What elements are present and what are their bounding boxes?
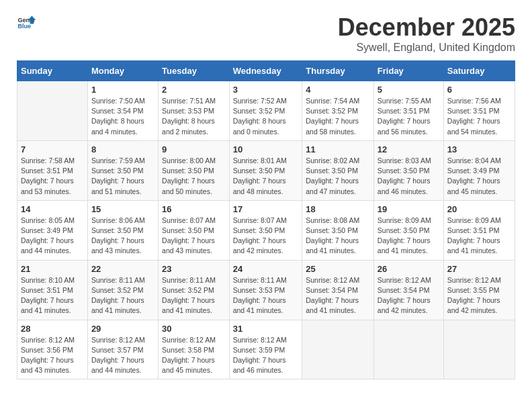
- location-title: Sywell, England, United Kingdom: [338, 42, 515, 54]
- calendar-cell: 26Sunrise: 8:12 AMSunset: 3:54 PMDayligh…: [373, 260, 443, 320]
- month-title: December 2025: [338, 13, 515, 42]
- day-info: Sunrise: 8:12 AMSunset: 3:54 PMDaylight:…: [378, 275, 440, 316]
- day-info: Sunrise: 8:03 AMSunset: 3:50 PMDaylight:…: [378, 156, 440, 197]
- day-number: 29: [91, 324, 154, 334]
- day-info: Sunrise: 8:12 AMSunset: 3:54 PMDaylight:…: [306, 275, 370, 316]
- logo-icon: General Blue: [17, 13, 36, 32]
- calendar-table: SundayMondayTuesdayWednesdayThursdayFrid…: [17, 60, 515, 379]
- day-number: 4: [306, 85, 370, 95]
- calendar-cell: 12Sunrise: 8:03 AMSunset: 3:50 PMDayligh…: [373, 140, 443, 200]
- day-info: Sunrise: 8:12 AMSunset: 3:56 PMDaylight:…: [21, 335, 84, 376]
- day-info: Sunrise: 8:11 AMSunset: 3:53 PMDaylight:…: [233, 275, 299, 316]
- day-number: 1: [91, 85, 154, 95]
- day-number: 31: [233, 324, 299, 334]
- day-number: 5: [378, 85, 440, 95]
- day-info: Sunrise: 8:04 AMSunset: 3:49 PMDaylight:…: [447, 156, 511, 197]
- calendar-cell: 13Sunrise: 8:04 AMSunset: 3:49 PMDayligh…: [443, 140, 515, 200]
- day-number: 10: [233, 144, 299, 154]
- calendar-cell: 22Sunrise: 8:11 AMSunset: 3:52 PMDayligh…: [87, 260, 158, 320]
- day-number: 6: [447, 85, 511, 95]
- calendar-cell: 1Sunrise: 7:50 AMSunset: 3:54 PMDaylight…: [87, 81, 158, 141]
- day-info: Sunrise: 7:58 AMSunset: 3:51 PMDaylight:…: [21, 156, 84, 197]
- calendar-cell: 14Sunrise: 8:05 AMSunset: 3:49 PMDayligh…: [17, 200, 88, 260]
- calendar-cell: 27Sunrise: 8:12 AMSunset: 3:55 PMDayligh…: [443, 260, 515, 320]
- day-info: Sunrise: 8:11 AMSunset: 3:52 PMDaylight:…: [91, 275, 154, 316]
- day-info: Sunrise: 8:02 AMSunset: 3:50 PMDaylight:…: [306, 156, 370, 197]
- calendar-week-row: 28Sunrise: 8:12 AMSunset: 3:56 PMDayligh…: [17, 320, 515, 379]
- day-info: Sunrise: 8:12 AMSunset: 3:58 PMDaylight:…: [162, 335, 226, 376]
- day-info: Sunrise: 8:07 AMSunset: 3:50 PMDaylight:…: [233, 216, 299, 257]
- day-number: 3: [233, 85, 299, 95]
- day-number: 16: [162, 204, 226, 214]
- day-number: 13: [447, 144, 511, 154]
- day-info: Sunrise: 8:08 AMSunset: 3:50 PMDaylight:…: [306, 216, 370, 257]
- day-info: Sunrise: 7:56 AMSunset: 3:51 PMDaylight:…: [447, 96, 511, 137]
- calendar-cell: 19Sunrise: 8:09 AMSunset: 3:50 PMDayligh…: [373, 200, 443, 260]
- calendar-cell: 11Sunrise: 8:02 AMSunset: 3:50 PMDayligh…: [302, 140, 374, 200]
- day-info: Sunrise: 8:06 AMSunset: 3:50 PMDaylight:…: [91, 216, 154, 257]
- calendar-header-monday: Monday: [87, 61, 158, 81]
- day-info: Sunrise: 8:00 AMSunset: 3:50 PMDaylight:…: [162, 156, 226, 197]
- day-number: 11: [306, 144, 370, 154]
- calendar-cell: 21Sunrise: 8:10 AMSunset: 3:51 PMDayligh…: [17, 260, 88, 320]
- day-number: 30: [162, 324, 226, 334]
- day-info: Sunrise: 8:12 AMSunset: 3:59 PMDaylight:…: [233, 335, 299, 376]
- day-info: Sunrise: 8:12 AMSunset: 3:55 PMDaylight:…: [447, 275, 511, 316]
- calendar-week-row: 7Sunrise: 7:58 AMSunset: 3:51 PMDaylight…: [17, 140, 515, 200]
- calendar-cell: 10Sunrise: 8:01 AMSunset: 3:50 PMDayligh…: [229, 140, 302, 200]
- day-number: 7: [21, 144, 84, 154]
- day-info: Sunrise: 8:01 AMSunset: 3:50 PMDaylight:…: [233, 156, 299, 197]
- calendar-cell: 25Sunrise: 8:12 AMSunset: 3:54 PMDayligh…: [302, 260, 374, 320]
- calendar-cell: 18Sunrise: 8:08 AMSunset: 3:50 PMDayligh…: [302, 200, 374, 260]
- day-number: 2: [162, 85, 226, 95]
- day-number: 27: [447, 264, 511, 274]
- calendar-cell: 30Sunrise: 8:12 AMSunset: 3:58 PMDayligh…: [159, 320, 230, 379]
- calendar-cell: 3Sunrise: 7:52 AMSunset: 3:52 PMDaylight…: [229, 81, 302, 141]
- calendar-cell: [443, 320, 515, 379]
- day-number: 19: [378, 204, 440, 214]
- calendar-cell: 15Sunrise: 8:06 AMSunset: 3:50 PMDayligh…: [87, 200, 158, 260]
- calendar-cell: 16Sunrise: 8:07 AMSunset: 3:50 PMDayligh…: [159, 200, 230, 260]
- calendar-cell: 23Sunrise: 8:11 AMSunset: 3:52 PMDayligh…: [159, 260, 230, 320]
- calendar-cell: 31Sunrise: 8:12 AMSunset: 3:59 PMDayligh…: [229, 320, 302, 379]
- day-number: 15: [91, 204, 154, 214]
- day-info: Sunrise: 8:05 AMSunset: 3:49 PMDaylight:…: [21, 216, 84, 257]
- calendar-cell: 9Sunrise: 8:00 AMSunset: 3:50 PMDaylight…: [159, 140, 230, 200]
- calendar-cell: 20Sunrise: 8:09 AMSunset: 3:51 PMDayligh…: [443, 200, 515, 260]
- day-info: Sunrise: 7:54 AMSunset: 3:52 PMDaylight:…: [306, 96, 370, 137]
- calendar-week-row: 21Sunrise: 8:10 AMSunset: 3:51 PMDayligh…: [17, 260, 515, 320]
- day-number: 14: [21, 204, 84, 214]
- day-number: 25: [306, 264, 370, 274]
- day-number: 21: [21, 264, 84, 274]
- day-info: Sunrise: 7:51 AMSunset: 3:53 PMDaylight:…: [162, 96, 226, 137]
- header: General Blue December 2025 Sywell, Engla…: [17, 13, 515, 54]
- calendar-cell: 4Sunrise: 7:54 AMSunset: 3:52 PMDaylight…: [302, 81, 374, 141]
- logo: General Blue: [17, 13, 36, 32]
- calendar-cell: 5Sunrise: 7:55 AMSunset: 3:51 PMDaylight…: [373, 81, 443, 141]
- calendar-cell: 24Sunrise: 8:11 AMSunset: 3:53 PMDayligh…: [229, 260, 302, 320]
- day-number: 8: [91, 144, 154, 154]
- day-info: Sunrise: 7:50 AMSunset: 3:54 PMDaylight:…: [91, 96, 154, 137]
- day-info: Sunrise: 7:59 AMSunset: 3:50 PMDaylight:…: [91, 156, 154, 197]
- calendar-cell: 8Sunrise: 7:59 AMSunset: 3:50 PMDaylight…: [87, 140, 158, 200]
- calendar-week-row: 1Sunrise: 7:50 AMSunset: 3:54 PMDaylight…: [17, 81, 515, 141]
- day-number: 23: [162, 264, 226, 274]
- calendar-cell: [373, 320, 443, 379]
- svg-text:Blue: Blue: [17, 23, 31, 30]
- day-number: 9: [162, 144, 226, 154]
- calendar-week-row: 14Sunrise: 8:05 AMSunset: 3:49 PMDayligh…: [17, 200, 515, 260]
- day-number: 17: [233, 204, 299, 214]
- day-number: 20: [447, 204, 511, 214]
- day-info: Sunrise: 7:52 AMSunset: 3:52 PMDaylight:…: [233, 96, 299, 137]
- calendar-header-row: SundayMondayTuesdayWednesdayThursdayFrid…: [17, 61, 515, 81]
- day-info: Sunrise: 8:11 AMSunset: 3:52 PMDaylight:…: [162, 275, 226, 316]
- calendar-header-sunday: Sunday: [17, 61, 88, 81]
- day-info: Sunrise: 8:07 AMSunset: 3:50 PMDaylight:…: [162, 216, 226, 257]
- day-number: 28: [21, 324, 84, 334]
- day-number: 26: [378, 264, 440, 274]
- day-number: 12: [378, 144, 440, 154]
- day-number: 22: [91, 264, 154, 274]
- calendar-cell: 7Sunrise: 7:58 AMSunset: 3:51 PMDaylight…: [17, 140, 88, 200]
- title-section: December 2025 Sywell, England, United Ki…: [338, 13, 515, 54]
- calendar-cell: [302, 320, 374, 379]
